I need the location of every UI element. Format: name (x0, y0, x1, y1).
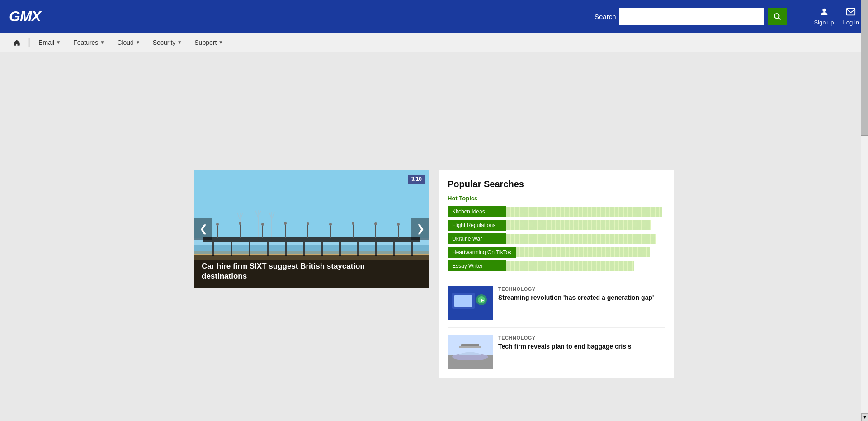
nav-security[interactable]: Security ▼ (146, 33, 188, 52)
carousel-caption: Car hire firm SIXT suggest British stayc… (194, 255, 429, 288)
svg-line-1 (779, 18, 781, 19)
svg-rect-21 (212, 242, 214, 256)
svg-rect-33 (217, 224, 218, 238)
search-bar-label: Ukraine War (448, 233, 506, 244)
carousel: 3/10 ❮ ❯ Car hire firm SIXT suggest Brit… (194, 170, 429, 288)
nav-features[interactable]: Features ▼ (67, 33, 111, 52)
search-bar-item[interactable]: Kitchen Ideas (448, 206, 665, 217)
svg-point-48 (374, 222, 377, 225)
svg-point-0 (774, 14, 779, 19)
search-bar-label: Heartwarming On TikTok (448, 247, 516, 258)
mail-icon (845, 7, 856, 18)
carousel-next-button[interactable]: ❯ (411, 218, 429, 240)
popular-search-bars: Kitchen Ideas Flight Regulations Ukraine… (448, 206, 665, 271)
svg-rect-27 (321, 242, 323, 256)
svg-text:▶: ▶ (481, 298, 484, 303)
carousel-prev-button[interactable]: ❮ (194, 218, 212, 240)
svg-point-36 (239, 222, 241, 225)
header: GMX Search Sign up (0, 0, 868, 33)
main-layout: 3/10 ❮ ❯ Car hire firm SIXT suggest Brit… (194, 170, 674, 378)
svg-rect-37 (262, 224, 263, 238)
logo[interactable]: GMX (9, 8, 41, 25)
svg-rect-29 (357, 242, 359, 256)
search-bar-item[interactable]: Essay Writer (448, 260, 665, 271)
chevron-down-icon: ▼ (136, 40, 140, 45)
svg-point-44 (329, 223, 332, 226)
login-button[interactable]: Log in (843, 7, 859, 26)
news-content: TECHNOLOGY Tech firm reveals plan to end… (498, 335, 665, 369)
nav-support[interactable]: Support ▼ (188, 33, 229, 52)
svg-rect-32 (411, 242, 413, 256)
svg-rect-31 (393, 242, 395, 256)
svg-point-46 (352, 222, 354, 225)
svg-rect-30 (375, 242, 377, 256)
svg-point-2 (822, 9, 826, 12)
search-bar-item[interactable]: Heartwarming On TikTok (448, 247, 665, 258)
svg-rect-28 (339, 242, 341, 256)
svg-rect-47 (375, 224, 376, 238)
svg-rect-61 (461, 344, 479, 346)
news-content: TECHNOLOGY Streaming revolution 'has cre… (498, 286, 665, 320)
svg-rect-20 (203, 237, 420, 242)
hot-topics-label: Hot Topics (448, 195, 665, 202)
svg-rect-35 (240, 223, 241, 238)
svg-rect-26 (303, 242, 305, 256)
svg-rect-25 (285, 242, 287, 256)
svg-rect-22 (231, 242, 232, 256)
search-bar-track (516, 247, 650, 257)
svg-rect-45 (353, 223, 354, 238)
svg-point-40 (284, 222, 287, 225)
search-bar-label: Kitchen Ideas (448, 206, 506, 217)
search-bar-track (506, 220, 651, 230)
news-thumbnail: ▶ (448, 286, 493, 320)
svg-point-34 (216, 223, 219, 226)
search-bar-track (506, 207, 662, 217)
svg-point-38 (261, 223, 264, 226)
carousel-counter: 3/10 (408, 175, 425, 184)
search-bar-track (506, 261, 634, 271)
nav-cloud[interactable]: Cloud ▼ (111, 33, 146, 52)
svg-rect-24 (267, 242, 269, 256)
nav-divider: | (28, 37, 30, 47)
svg-rect-43 (330, 224, 331, 238)
chevron-down-icon: ▼ (218, 40, 223, 45)
nav-email[interactable]: Email ▼ (32, 33, 67, 52)
content-area: 3/10 ❮ ❯ Car hire firm SIXT suggest Brit… (194, 52, 674, 378)
news-item: TECHNOLOGY Tech firm reveals plan to end… (448, 327, 665, 369)
search-button[interactable] (768, 8, 787, 25)
search-bar-track (506, 234, 656, 244)
scrollbar-thumb[interactable] (861, 0, 868, 136)
news-thumbnail (448, 335, 493, 369)
search-label: Search (594, 13, 616, 20)
search-input[interactable] (619, 8, 764, 25)
news-items-container: ▶ TECHNOLOGY Streaming revolution 'has c… (448, 279, 665, 369)
news-category: TECHNOLOGY (498, 335, 665, 341)
svg-rect-39 (285, 223, 286, 238)
news-headline[interactable]: Tech firm reveals plan to end baggage cr… (498, 342, 665, 351)
svg-point-50 (397, 223, 400, 226)
svg-rect-54 (454, 295, 472, 307)
page-scrollbar: ▲ ▼ (861, 0, 868, 378)
signup-button[interactable]: Sign up (814, 7, 834, 26)
signup-label: Sign up (814, 19, 834, 26)
ad-space (194, 61, 674, 161)
right-panel: Popular Searches Hot Topics Kitchen Idea… (439, 170, 674, 378)
svg-rect-62 (459, 346, 481, 348)
search-bar-item[interactable]: Ukraine War (448, 233, 665, 244)
navbar: | Email ▼ Features ▼ Cloud ▼ Security ▼ … (0, 33, 868, 52)
svg-rect-3 (847, 9, 855, 15)
header-actions: Sign up Log in (814, 7, 859, 26)
chevron-down-icon: ▼ (100, 40, 104, 45)
news-item: ▶ TECHNOLOGY Streaming revolution 'has c… (448, 279, 665, 320)
chevron-down-icon: ▼ (56, 40, 61, 45)
chevron-down-icon: ▼ (177, 40, 182, 45)
search-area: Search (594, 8, 787, 25)
login-label: Log in (843, 19, 859, 26)
search-bar-label: Flight Regulations (448, 220, 506, 231)
svg-rect-49 (398, 224, 399, 238)
search-bar-item[interactable]: Flight Regulations (448, 220, 665, 231)
svg-rect-23 (249, 242, 250, 256)
home-nav-item[interactable] (7, 38, 26, 47)
user-icon (819, 7, 829, 18)
news-headline[interactable]: Streaming revolution 'has created a gene… (498, 293, 665, 302)
